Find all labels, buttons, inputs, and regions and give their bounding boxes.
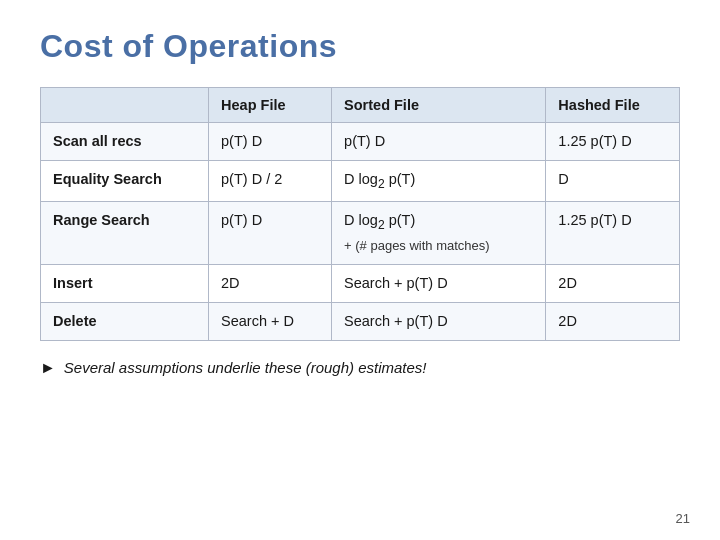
footer-text: Several assumptions underlie these (roug…	[64, 359, 427, 376]
cell-delete-sorted: Search + p(T) D	[332, 302, 546, 340]
cell-range-heap: p(T) D	[209, 202, 332, 264]
table-row: Insert 2D Search + p(T) D 2D	[41, 264, 680, 302]
page-number: 21	[676, 511, 690, 526]
cell-scan-heap: p(T) D	[209, 123, 332, 161]
table-row: Range Search p(T) D D log2 p(T) + (# pag…	[41, 202, 680, 264]
page: Cost of Operations Heap File Sorted File…	[0, 0, 720, 540]
cell-scan-hashed: 1.25 p(T) D	[546, 123, 680, 161]
cell-insert-sorted: Search + p(T) D	[332, 264, 546, 302]
cell-delete-heap: Search + D	[209, 302, 332, 340]
table-row: Equality Search p(T) D / 2 D log2 p(T) D	[41, 161, 680, 202]
cell-range-hashed: 1.25 p(T) D	[546, 202, 680, 264]
row-label-scan: Scan all recs	[41, 123, 209, 161]
table-row: Scan all recs p(T) D p(T) D 1.25 p(T) D	[41, 123, 680, 161]
table-row: Delete Search + D Search + p(T) D 2D	[41, 302, 680, 340]
page-title: Cost of Operations	[40, 28, 680, 65]
cell-range-sorted: D log2 p(T) + (# pages with matches)	[332, 202, 546, 264]
col-header-sorted: Sorted File	[332, 88, 546, 123]
row-label-delete: Delete	[41, 302, 209, 340]
cell-equality-hashed: D	[546, 161, 680, 202]
col-header-hashed: Hashed File	[546, 88, 680, 123]
cell-insert-hashed: 2D	[546, 264, 680, 302]
cost-table: Heap File Sorted File Hashed File Scan a…	[40, 87, 680, 341]
footer-note: ► Several assumptions underlie these (ro…	[40, 359, 680, 377]
arrow-icon: ►	[40, 359, 56, 377]
cell-scan-sorted: p(T) D	[332, 123, 546, 161]
cell-equality-sorted: D log2 p(T)	[332, 161, 546, 202]
col-header-row-label	[41, 88, 209, 123]
cell-insert-heap: 2D	[209, 264, 332, 302]
row-label-equality: Equality Search	[41, 161, 209, 202]
col-header-heap: Heap File	[209, 88, 332, 123]
cell-equality-heap: p(T) D / 2	[209, 161, 332, 202]
row-label-insert: Insert	[41, 264, 209, 302]
row-label-range: Range Search	[41, 202, 209, 264]
cell-delete-hashed: 2D	[546, 302, 680, 340]
